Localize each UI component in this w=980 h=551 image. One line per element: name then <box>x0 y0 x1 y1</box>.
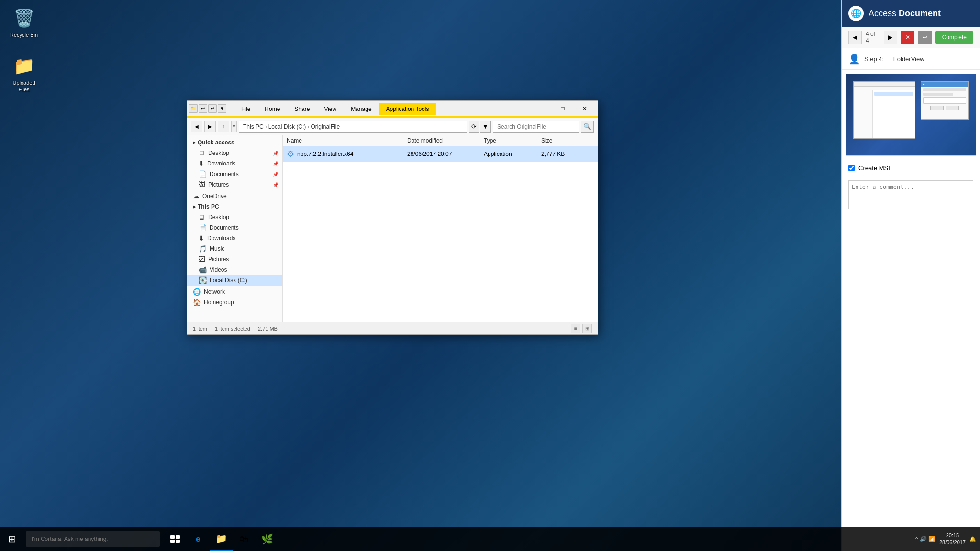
back-button[interactable]: ◀ <box>191 121 202 132</box>
complete-button[interactable]: Complete <box>935 31 973 44</box>
tab-share[interactable]: Share <box>287 103 317 115</box>
file-type: Application <box>484 151 541 157</box>
nav-onedrive[interactable]: ☁ OneDrive <box>187 191 282 201</box>
comment-input[interactable] <box>848 180 973 209</box>
nav-homegroup[interactable]: 🏠 Homegroup <box>187 297 282 308</box>
nav-documents[interactable]: 📄 Documents 📌 <box>187 169 282 179</box>
prev-page-button[interactable]: ◀ <box>848 31 862 44</box>
col-date[interactable]: Date modified <box>407 137 484 144</box>
comment-area <box>842 176 980 551</box>
this-pc-group: ▸ This PC 🖥 Desktop 📄 Documents ⬇ Downlo… <box>187 201 282 286</box>
uploaded-files-icon[interactable]: 📁 Uploaded Files <box>5 53 43 95</box>
step-number: Step 4: <box>864 55 884 63</box>
path-original-file: OriginalFile <box>311 123 340 130</box>
col-size[interactable]: Size <box>541 137 579 144</box>
cortana-search[interactable] <box>26 531 160 547</box>
quick-access-tool-dropdown[interactable]: ▼ <box>218 104 226 113</box>
quick-access-header[interactable]: ▸ Quick access <box>187 137 282 148</box>
access-header: 🌐 Access Document <box>842 0 980 27</box>
address-bar: ◀ ▶ ↑ ▼ This PC › Local Disk (C:) › Orig… <box>187 118 598 135</box>
nav-pc-desktop[interactable]: 🖥 Desktop <box>187 212 282 222</box>
list-view-button[interactable]: ≡ <box>571 324 580 333</box>
create-msi-checkbox[interactable] <box>848 165 855 171</box>
preview-image: ■ <box>846 74 976 155</box>
forward-button[interactable]: ▶ <box>204 121 216 132</box>
explorer-body: ▸ Quick access 🖥 Desktop 📌 ⬇ Downloads 📌 <box>187 135 598 322</box>
tab-file[interactable]: File <box>234 103 257 115</box>
edge-button[interactable]: e <box>187 527 210 551</box>
nav-pc-videos[interactable]: 📹 Videos <box>187 264 282 275</box>
navigation-pane: ▸ Quick access 🖥 Desktop 📌 ⬇ Downloads 📌 <box>187 135 283 322</box>
minimize-button[interactable]: ─ <box>530 101 552 116</box>
tab-home[interactable]: Home <box>257 103 287 115</box>
search-input[interactable] <box>493 121 579 133</box>
window-controls: ─ □ ✕ <box>530 101 596 116</box>
tab-manage[interactable]: Manage <box>344 103 379 115</box>
file-name: ⚙ npp.7.2.2.Installer.x64 <box>287 149 407 159</box>
up-button[interactable]: ↑ <box>218 121 229 132</box>
create-msi-label: Create MSI <box>858 165 890 172</box>
tab-application-tools[interactable]: Application Tools <box>379 103 436 115</box>
status-bar-right: ≡ ⊞ <box>571 324 592 333</box>
access-panel: 🌐 Access Document ◀ 4 of 4 ▶ ✕ ↩ Complet… <box>841 0 980 551</box>
file-list: Name Date modified Type Size ⚙ npp.7.2.2… <box>283 135 598 322</box>
col-type[interactable]: Type <box>484 137 541 144</box>
access-step: 👤 Step 4: FolderView <box>842 48 980 70</box>
file-size: 2,777 KB <box>541 151 579 157</box>
tab-view[interactable]: View <box>317 103 344 115</box>
nav-downloads[interactable]: ⬇ Downloads 📌 <box>187 158 282 169</box>
recent-button[interactable]: ▼ <box>231 121 237 132</box>
access-logo: 🌐 <box>848 6 864 21</box>
quick-access-tool-3[interactable]: ↩ <box>208 104 217 113</box>
back-nav-button[interactable]: ↩ <box>918 31 932 44</box>
delete-button[interactable]: ✕ <box>901 31 914 44</box>
maximize-button[interactable]: □ <box>552 101 574 116</box>
nav-local-disk[interactable]: 💽 Local Disk (C:) <box>187 275 282 286</box>
this-pc-header[interactable]: ▸ This PC <box>187 201 282 212</box>
explorer-button[interactable]: 📁 <box>210 527 233 551</box>
app-button[interactable]: 🌿 <box>256 527 278 551</box>
access-preview: ■ <box>846 74 976 156</box>
nav-pc-pictures[interactable]: 🖼 Pictures <box>187 254 282 264</box>
page-info: 4 of 4 <box>866 31 880 44</box>
taskview-button[interactable] <box>164 527 187 551</box>
step-icon: 👤 <box>848 53 860 65</box>
tray-icons: ^ 🔊 📶 <box>915 536 935 542</box>
refresh-button[interactable]: ⟳ <box>469 121 479 133</box>
svg-rect-2 <box>170 540 175 543</box>
start-button[interactable]: ⊞ <box>0 527 24 551</box>
recycle-bin-icon[interactable]: 🗑️ Recycle Bin <box>5 5 43 40</box>
quick-access-tool-1[interactable]: 📁 <box>189 104 198 113</box>
file-row[interactable]: ⚙ npp.7.2.2.Installer.x64 28/06/2017 20:… <box>283 146 598 162</box>
expand-button[interactable]: ▼ <box>480 121 491 133</box>
mini-explorer <box>853 81 915 139</box>
nav-desktop[interactable]: 🖥 Desktop 📌 <box>187 148 282 158</box>
notification-button[interactable]: 🔔 <box>969 536 976 542</box>
address-path[interactable]: This PC › Local Disk (C:) › OriginalFile <box>239 121 467 133</box>
desktop: 🗑️ Recycle Bin 📁 Uploaded Files 📁 ↩ ↩ ▼ … <box>0 0 980 551</box>
quick-access-group: ▸ Quick access 🖥 Desktop 📌 ⬇ Downloads 📌 <box>187 137 282 190</box>
create-msi-checkbox-area: Create MSI <box>842 160 980 176</box>
close-button[interactable]: ✕ <box>574 101 596 116</box>
nav-pc-music[interactable]: 🎵 Music <box>187 243 282 254</box>
next-page-button[interactable]: ▶ <box>884 31 897 44</box>
svg-rect-0 <box>170 535 175 539</box>
title-bar: 📁 ↩ ↩ ▼ File Home Share View Manage Appl… <box>187 101 598 116</box>
path-this-pc: This PC <box>243 123 264 130</box>
store-button[interactable]: 🛍 <box>233 527 256 551</box>
detail-view-button[interactable]: ⊞ <box>582 324 592 333</box>
file-date-modified: 28/06/2017 20:07 <box>407 151 484 157</box>
nav-pc-downloads[interactable]: ⬇ Downloads <box>187 233 282 243</box>
search-button[interactable]: 🔍 <box>581 121 594 133</box>
recycle-bin-label: Recycle Bin <box>10 32 38 38</box>
access-navigation: ◀ 4 of 4 ▶ ✕ ↩ Complete <box>842 27 980 48</box>
col-name[interactable]: Name <box>287 137 407 144</box>
ribbon-tabs: File Home Share View Manage Application … <box>230 103 530 114</box>
nav-pc-documents[interactable]: 📄 Documents <box>187 222 282 233</box>
nav-pictures[interactable]: 🖼 Pictures 📌 <box>187 179 282 190</box>
svg-rect-1 <box>176 535 180 539</box>
nav-network[interactable]: 🌐 Network <box>187 287 282 297</box>
quick-access-tool-2[interactable]: ↩ <box>199 104 207 113</box>
system-clock: 20:15 28/06/2017 <box>939 532 966 547</box>
status-selected: 1 item selected <box>215 326 250 331</box>
